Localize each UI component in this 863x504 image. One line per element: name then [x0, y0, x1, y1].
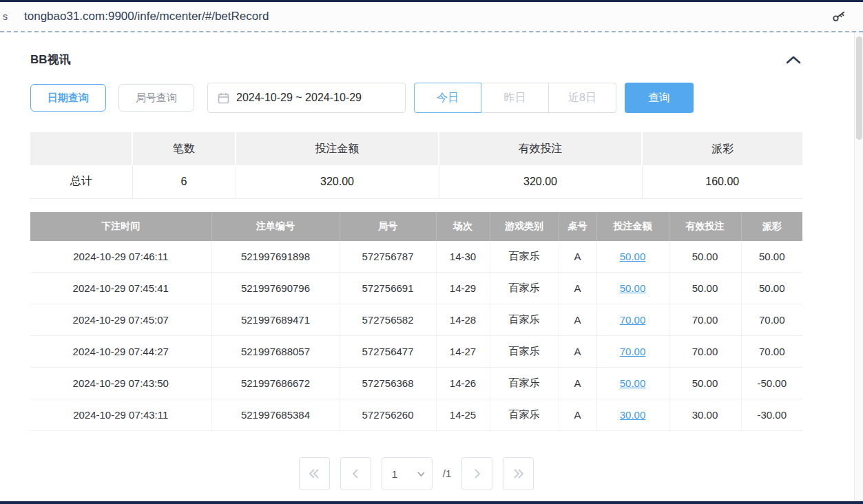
- cell-bet-time: 2024-10-29 07:44:27: [30, 336, 211, 368]
- browser-url-bar[interactable]: s tongbao31.com:9900/infe/mcenter/#/betR…: [0, 0, 863, 32]
- cell-bet-time: 2024-10-29 07:45:41: [30, 273, 211, 304]
- summary-header-valid-bet: 有效投注: [439, 132, 642, 165]
- yesterday-button[interactable]: 昨日: [481, 83, 549, 113]
- next-page-button[interactable]: [461, 457, 492, 490]
- summary-valid-bet-value: 320.00: [439, 165, 642, 198]
- bet-amount-link[interactable]: 70.00: [620, 314, 646, 326]
- page-select[interactable]: 1: [382, 457, 433, 490]
- url-text[interactable]: tongbao31.com:9900/infe/mcenter/#/betRec…: [24, 10, 830, 23]
- header-payout: 派彩: [741, 212, 802, 241]
- header-table-number: 桌号: [559, 212, 596, 241]
- bet-record-page: BB视讯 日期查询 局号查询 2024-10-29 ~ 2024-10-29 今…: [0, 32, 854, 504]
- cell-bet-amount: 50.00: [596, 241, 669, 273]
- date-query-tab[interactable]: 日期查询: [30, 84, 106, 112]
- cell-payout: -50.00: [741, 368, 802, 399]
- date-range-input[interactable]: 2024-10-29 ~ 2024-10-29: [207, 83, 406, 113]
- cell-order-number: 521997685384: [211, 399, 340, 431]
- bet-amount-link[interactable]: 50.00: [620, 282, 646, 294]
- summary-count-value: 6: [132, 165, 236, 198]
- summary-header-blank: [30, 132, 132, 165]
- cell-valid-bet: 50.00: [669, 368, 741, 399]
- cell-bet-time: 2024-10-29 07:45:07: [30, 304, 211, 336]
- cell-bet-time: 2024-10-29 07:43:11: [30, 399, 211, 431]
- search-button[interactable]: 查询: [625, 83, 694, 113]
- header-round-number: 局号: [340, 212, 436, 241]
- date-range-value: 2024-10-29 ~ 2024-10-29: [236, 92, 362, 104]
- summary-table: 笔数 投注金额 有效投注 派彩 总计 6 320.00 320.00 160.0…: [30, 132, 802, 199]
- cell-session: 14-28: [436, 304, 490, 336]
- cell-payout: 50.00: [741, 273, 802, 304]
- scrollbar-thumb[interactable]: [856, 36, 862, 140]
- bet-record-row: 2024-10-29 07:45:41 521997690796 5727566…: [30, 273, 802, 304]
- cell-table-number: A: [559, 241, 596, 273]
- bet-record-row: 2024-10-29 07:43:11 521997685384 5727562…: [30, 399, 802, 431]
- cell-session: 14-30: [436, 241, 490, 273]
- calendar-icon: [218, 92, 229, 104]
- cell-table-number: A: [559, 336, 596, 368]
- cell-bet-time: 2024-10-29 07:46:11: [30, 241, 211, 273]
- scrollbar[interactable]: [854, 32, 863, 504]
- today-button[interactable]: 今日: [414, 83, 481, 113]
- cell-round-number: 572756260: [340, 399, 436, 431]
- bet-amount-link[interactable]: 70.00: [620, 346, 646, 357]
- header-valid-bet: 有效投注: [669, 212, 741, 241]
- cell-session: 14-29: [436, 273, 490, 304]
- cell-game-type: 百家乐: [490, 399, 559, 431]
- bet-amount-link[interactable]: 30.00: [620, 409, 646, 421]
- header-session: 场次: [436, 212, 490, 241]
- bet-amount-link[interactable]: 50.00: [620, 377, 646, 389]
- cell-payout: -30.00: [741, 399, 802, 431]
- cell-bet-amount: 70.00: [596, 336, 669, 368]
- cell-game-type: 百家乐: [490, 336, 559, 368]
- bet-table-header-row: 下注时间 注单编号 局号 场次 游戏类别 桌号 投注金额 有效投注 派彩: [30, 212, 802, 241]
- page-title: BB视讯: [30, 52, 71, 67]
- cell-payout: 50.00: [741, 241, 802, 273]
- bet-amount-link[interactable]: 50.00: [620, 251, 646, 262]
- bet-record-row: 2024-10-29 07:46:11 521997691898 5727567…: [30, 241, 802, 273]
- cell-payout: 70.00: [741, 304, 802, 336]
- cell-valid-bet: 70.00: [669, 304, 741, 336]
- header-bet-time: 下注时间: [30, 212, 211, 241]
- summary-bet-amount-value: 320.00: [236, 165, 439, 198]
- bet-record-table: 下注时间 注单编号 局号 场次 游戏类别 桌号 投注金额 有效投注 派彩 202…: [30, 212, 802, 432]
- cell-game-type: 百家乐: [490, 273, 559, 304]
- cell-order-number: 521997689471: [211, 304, 340, 336]
- cell-session: 14-26: [436, 368, 490, 399]
- chevron-down-icon: [417, 472, 425, 476]
- bet-record-row: 2024-10-29 07:44:27 521997688057 5727564…: [30, 336, 802, 368]
- header-order-number: 注单编号: [211, 212, 340, 241]
- summary-payout-value: 160.00: [642, 165, 802, 198]
- prev-page-button[interactable]: [340, 457, 371, 490]
- summary-header-payout: 派彩: [642, 132, 802, 165]
- cell-order-number: 521997691898: [211, 241, 340, 273]
- cell-payout: 70.00: [741, 336, 802, 368]
- cell-bet-amount: 50.00: [596, 368, 669, 399]
- bet-record-row: 2024-10-29 07:45:07 521997689471 5727565…: [30, 304, 802, 336]
- cell-round-number: 572756691: [340, 273, 436, 304]
- filter-row: 日期查询 局号查询 2024-10-29 ~ 2024-10-29 今日 昨日 …: [30, 83, 802, 113]
- page-total: /1: [443, 457, 452, 490]
- header-game-type: 游戏类别: [490, 212, 559, 241]
- chevron-up-icon[interactable]: [784, 55, 802, 65]
- pagination: 1 /1: [30, 457, 802, 490]
- cell-order-number: 521997686672: [211, 368, 340, 399]
- cell-round-number: 572756368: [340, 368, 436, 399]
- summary-total-label: 总计: [30, 165, 132, 198]
- card-header: BB视讯: [30, 52, 802, 67]
- round-query-tab[interactable]: 局号查询: [118, 84, 194, 112]
- header-bet-amount: 投注金额: [596, 212, 669, 241]
- key-icon[interactable]: [830, 9, 848, 24]
- last-page-button[interactable]: [503, 457, 534, 490]
- favicon-fragment: s: [3, 11, 8, 22]
- cell-bet-amount: 50.00: [596, 273, 669, 304]
- first-page-button[interactable]: [299, 457, 330, 490]
- cell-table-number: A: [559, 368, 596, 399]
- last-8-days-button[interactable]: 近8日: [549, 83, 616, 113]
- bet-table-body: 2024-10-29 07:46:11 521997691898 5727567…: [30, 241, 802, 431]
- quick-date-group: 今日 昨日 近8日: [414, 83, 616, 113]
- cell-valid-bet: 70.00: [669, 336, 741, 368]
- window-bottom-border: [0, 501, 863, 504]
- summary-header-bet-amount: 投注金额: [236, 132, 439, 165]
- cell-order-number: 521997688057: [211, 336, 340, 368]
- bet-record-row: 2024-10-29 07:43:50 521997686672 5727563…: [30, 368, 802, 399]
